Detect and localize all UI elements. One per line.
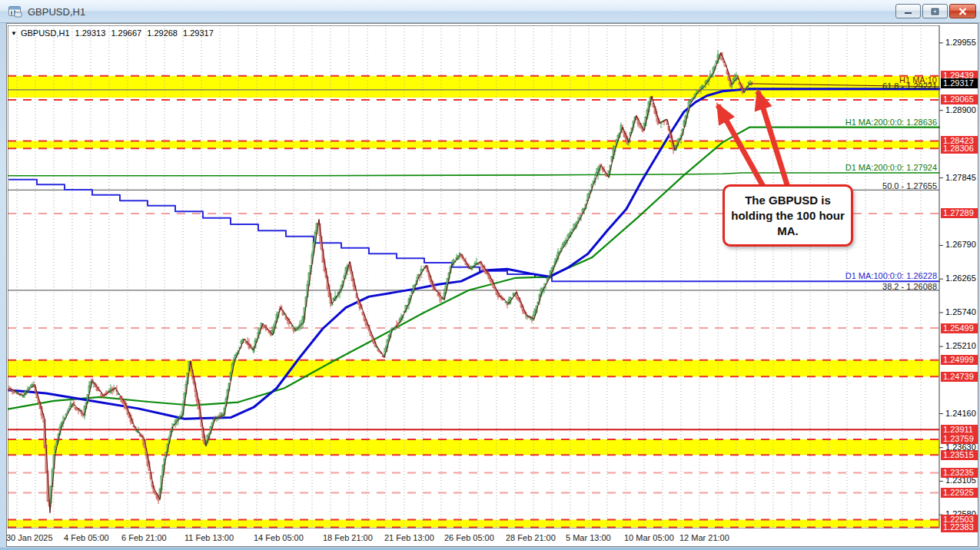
level-price-badge: 1.22925 <box>941 488 978 498</box>
price-axis-tick: 1.26265 <box>945 273 976 283</box>
time-axis-label: 12 Mar 21:00 <box>679 533 729 542</box>
support-resistance-zone <box>8 439 939 455</box>
minimize-icon <box>904 8 913 15</box>
level-price-badge: 1.24739 <box>941 372 978 382</box>
window-bottom-edge <box>0 547 980 550</box>
level-price-badge: 1.23911 <box>941 425 978 435</box>
time-axis-label: 6 Feb 21:00 <box>121 533 167 542</box>
support-resistance-zone <box>8 360 939 377</box>
ma-label: D1 MA:200:0:0: 1.27924 <box>845 163 937 172</box>
price-axis-tick: 1.25210 <box>945 341 976 351</box>
price-axis-tick: 1.24160 <box>945 409 976 419</box>
ma-label: D1 MA:100:0:0: 1.26228 <box>845 271 937 280</box>
restore-icon <box>931 8 939 15</box>
chart-app-icon <box>8 6 22 18</box>
close-icon <box>958 8 967 15</box>
ohlc-close: 1.29317 <box>183 28 214 38</box>
minimize-button[interactable] <box>895 4 921 18</box>
time-axis-label: 28 Feb 21:00 <box>506 533 556 542</box>
level-price-badge: 1.25499 <box>941 323 978 333</box>
price-axis-tick: 1.28900 <box>945 105 976 115</box>
window-title: GBPUSD,H1 <box>28 6 85 18</box>
symbol-dropdown-caret[interactable]: ▼ <box>11 30 17 37</box>
ohlc-readout[interactable]: ▼GBPUSD,H1 1.29313 1.29667 1.29268 1.293… <box>11 28 217 38</box>
window-titlebar[interactable]: GBPUSD,H1 <box>0 0 980 23</box>
time-axis-label: 14 Feb 05:00 <box>254 533 304 542</box>
current-price-badge: 1.29317 <box>941 78 978 88</box>
price-axis-tick: 1.29955 <box>945 38 976 48</box>
level-price-badge: 1.27289 <box>941 208 978 218</box>
price-axis-tick: 1.25740 <box>945 307 976 317</box>
support-resistance-zone <box>8 76 939 98</box>
close-button[interactable] <box>949 4 976 18</box>
level-price-badge: 1.23235 <box>941 468 978 478</box>
time-axis-label: 18 Feb 21:00 <box>323 533 373 542</box>
time-axis-label: 21 Feb 13:00 <box>384 533 434 542</box>
maximize-button[interactable] <box>922 4 948 18</box>
annotation-text: The GBPUSD is holding the 100 hour MA. <box>731 194 845 237</box>
support-resistance-zone <box>8 520 939 528</box>
level-price-badge: 1.29065 <box>941 94 978 104</box>
support-resistance-zone <box>8 141 939 148</box>
ohlc-low: 1.29268 <box>147 28 178 38</box>
fib-label: 38.2 - 1.26088 <box>882 282 937 291</box>
time-axis-label: 11 Feb 13:00 <box>184 533 234 542</box>
level-price-badge: 1.23515 <box>941 450 978 460</box>
ohlc-open: 1.29313 <box>75 28 106 38</box>
time-axis-label: 26 Feb 05:00 <box>444 533 494 542</box>
symbol-period-label: GBPUSD,H1 <box>21 28 70 38</box>
level-price-badge: 1.24999 <box>941 355 978 365</box>
ma-label: H1 MA:200:0:0: 1.28636 <box>845 118 937 127</box>
time-axis-label: 30 Jan 2025 <box>6 533 53 542</box>
price-axis-tick: 1.26790 <box>945 240 976 250</box>
level-price-badge: 1.23759 <box>941 434 978 444</box>
candlestick-chart-canvas[interactable] <box>8 25 978 528</box>
annotation-callout: The GBPUSD is holding the 100 hour MA. <box>723 184 853 247</box>
fib-label: 50.0 - 1.27655 <box>882 181 937 191</box>
fib-label: 61.8 - 1.29221 <box>882 81 937 91</box>
level-price-badge: 1.22383 <box>941 522 978 532</box>
time-axis-label: 10 Mar 05:00 <box>624 533 674 542</box>
level-price-badge: 1.28306 <box>941 144 978 154</box>
price-axis-tick: 1.27845 <box>945 173 976 183</box>
time-axis-label: 4 Feb 05:00 <box>64 533 109 542</box>
ohlc-high: 1.29667 <box>111 28 141 38</box>
time-axis-label: 5 Mar 13:00 <box>566 533 611 542</box>
d1-ma200-line[interactable] <box>8 173 939 176</box>
